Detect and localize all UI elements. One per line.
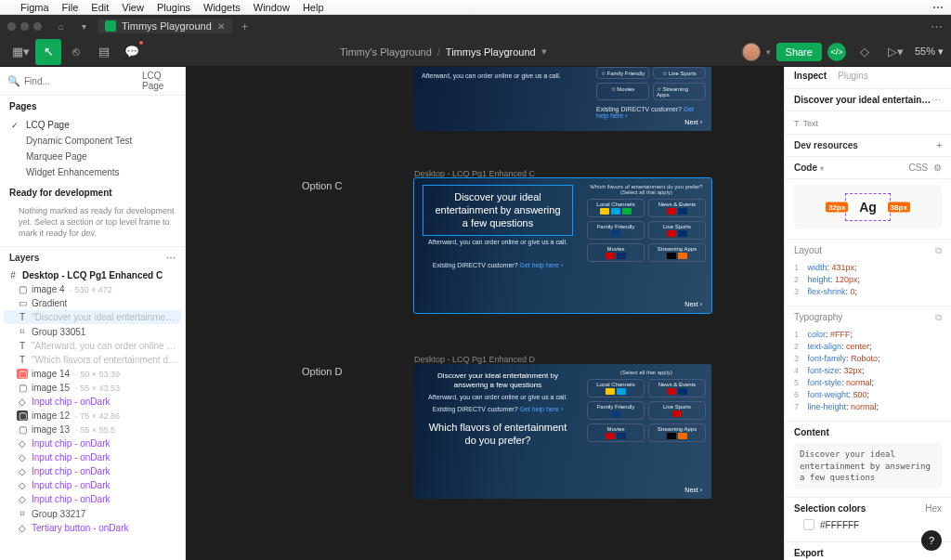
- layer-item[interactable]: ⌗Group 33217: [4, 506, 181, 521]
- copy-icon[interactable]: ⧉: [935, 245, 942, 256]
- breadcrumb[interactable]: Timmy's Playground / Timmys Playground ▾: [145, 46, 742, 58]
- comp-icon: ◇: [17, 523, 28, 533]
- layer-list[interactable]: #Desktop - LCQ Pg1 Enhanced C▢image 4· 5…: [0, 268, 185, 560]
- layer-item[interactable]: ▢image 14· 50 × 53.39: [4, 367, 181, 381]
- layer-item[interactable]: T"Afterward, you can order online or g..…: [4, 339, 181, 353]
- layer-item[interactable]: ◇Input chip - onDark: [4, 450, 181, 464]
- check-icon: ✓: [11, 121, 20, 130]
- layer-item[interactable]: ⌗Group 33051: [4, 324, 181, 339]
- share-button[interactable]: Share: [776, 43, 822, 61]
- more-icon[interactable]: ⋯: [931, 95, 942, 105]
- window-menu-icon[interactable]: ⋯: [931, 20, 944, 33]
- layout-subtitle: Layout: [794, 245, 822, 256]
- menu-help[interactable]: Help: [303, 2, 324, 13]
- prototype-play-icon[interactable]: ▷▾: [883, 39, 909, 65]
- page-item[interactable]: Widget Enhancements: [7, 164, 177, 180]
- zoom-level[interactable]: 55% ▾: [915, 46, 944, 58]
- menu-window[interactable]: Window: [254, 2, 290, 13]
- dev-mode-icon[interactable]: </>: [827, 43, 846, 61]
- artboard-option-d[interactable]: Discover your ideal entertainment by ans…: [414, 364, 711, 499]
- content-value[interactable]: Discover your ideal entertainment by ans…: [794, 443, 942, 489]
- layer-item[interactable]: ▢image 13· 55 × 55.5: [4, 423, 181, 436]
- typography-code[interactable]: 1 color: #FFF;2 text-align: center;3 fon…: [785, 325, 951, 417]
- add-tab-icon[interactable]: +: [241, 20, 249, 33]
- chevron-down-icon[interactable]: ▾: [75, 18, 92, 34]
- layer-item[interactable]: ▢image 4· 530 × 472: [4, 282, 181, 296]
- typography-subtitle: Typography: [794, 312, 842, 323]
- move-tool-icon[interactable]: ↖: [35, 39, 61, 65]
- imgred-icon: ▢: [17, 369, 28, 379]
- breadcrumb-parent[interactable]: Timmy's Playground: [340, 46, 432, 58]
- comments-tool-icon[interactable]: 💬: [119, 39, 145, 65]
- page-item[interactable]: Marquee Page: [7, 149, 177, 164]
- document-tab[interactable]: Timmys Playground ✕: [98, 19, 232, 33]
- layer-item[interactable]: ▢image 15· 55 × 43.53: [4, 381, 181, 395]
- next-button[interactable]: Next ›: [587, 301, 706, 307]
- close-window-icon[interactable]: [7, 22, 16, 31]
- page-selector[interactable]: LCQ Page: [142, 71, 177, 91]
- measure-tool-icon[interactable]: ⎋: [63, 39, 89, 65]
- home-icon[interactable]: ⌂: [53, 18, 70, 34]
- layer-item[interactable]: #Desktop - LCQ Pg1 Enhanced C: [4, 268, 181, 282]
- search-icon[interactable]: 🔍: [7, 75, 20, 87]
- dev-resources-title: Dev resources: [794, 140, 858, 150]
- wifi-icon[interactable]: ⋯: [932, 1, 944, 14]
- chevron-down-icon[interactable]: ▾: [766, 47, 771, 57]
- help-icon[interactable]: ?: [921, 530, 942, 551]
- tab-plugins[interactable]: Plugins: [838, 71, 868, 85]
- canvas[interactable]: Afterward, you can order online or give …: [186, 67, 784, 560]
- component-icon[interactable]: ◇: [852, 39, 878, 65]
- avatar[interactable]: [742, 43, 761, 61]
- annotate-tool-icon[interactable]: ▤: [91, 39, 117, 65]
- settings-icon[interactable]: ⚙: [933, 163, 942, 173]
- page-item[interactable]: Dynamic Component Test: [7, 133, 177, 149]
- layer-item[interactable]: ◇Tertiary button - onDark: [4, 521, 181, 535]
- layer-item[interactable]: ◇Input chip - onDark: [4, 478, 181, 492]
- option-label: Option D: [302, 366, 342, 377]
- menu-widgets[interactable]: Widgets: [203, 2, 241, 13]
- menu-view[interactable]: View: [122, 2, 144, 13]
- layer-item[interactable]: T"Discover your ideal entertainment by a…: [4, 310, 181, 324]
- menu-plugins[interactable]: Plugins: [157, 2, 190, 13]
- layer-item[interactable]: ◇Input chip - onDark: [4, 464, 181, 478]
- more-icon[interactable]: ⋯: [166, 253, 176, 263]
- layout-code[interactable]: 1 width: 431px;2 height: 120px;3 flex-sh…: [785, 258, 951, 302]
- code-lang[interactable]: CSS: [908, 163, 928, 173]
- maximize-window-icon[interactable]: [33, 22, 42, 31]
- menu-edit[interactable]: Edit: [91, 2, 109, 13]
- add-icon[interactable]: +: [936, 140, 942, 150]
- layer-item[interactable]: ◇Input chip - onDark: [4, 395, 181, 409]
- chevron-down-icon[interactable]: ▾: [541, 46, 547, 58]
- layer-item[interactable]: ▢image 12· 75 × 42.86: [4, 409, 181, 423]
- copy-icon[interactable]: ⧉: [935, 312, 942, 323]
- breadcrumb-current[interactable]: Timmys Playground: [446, 46, 536, 58]
- frame-label[interactable]: Desktop - LCQ Pg1 Enhanced D: [414, 355, 535, 364]
- color-format[interactable]: Hex: [925, 503, 942, 514]
- menu-figma[interactable]: Figma: [20, 2, 49, 13]
- minimize-window-icon[interactable]: [20, 22, 29, 31]
- group-icon: ⌗: [17, 326, 28, 337]
- page-item[interactable]: ✓LCQ Page: [7, 117, 177, 133]
- tab-badge-icon: [105, 20, 116, 32]
- img-icon: ▢: [17, 383, 28, 393]
- img-icon: ▢: [17, 284, 28, 294]
- layer-item[interactable]: ◇Input chip - onDark: [4, 436, 181, 450]
- comp-icon: ◇: [17, 452, 28, 462]
- layer-item[interactable]: ◇Input chip - onDark: [4, 492, 181, 506]
- hero-title: Discover your ideal entertainment by ans…: [431, 191, 565, 229]
- tab-title: Timmys Playground: [122, 20, 212, 32]
- layer-item[interactable]: ▭Gradient: [4, 296, 181, 310]
- dev-ready-title: Ready for development: [0, 180, 185, 205]
- artboard-option-c[interactable]: Discover your ideal entertainment by ans…: [414, 178, 711, 313]
- figma-menu-icon[interactable]: ▦▾: [7, 39, 33, 65]
- next-button[interactable]: Next ›: [587, 487, 706, 493]
- menu-file[interactable]: File: [62, 2, 79, 13]
- element-name: Discover your ideal entertainment by ans: [794, 95, 931, 105]
- frame-label[interactable]: Desktop - LCQ Pg1 Enhanced C: [414, 169, 535, 178]
- frame-icon: #: [7, 270, 19, 280]
- content-title: Content: [794, 427, 829, 437]
- layer-item[interactable]: T"Which flavors of entertainment do y...…: [4, 353, 181, 367]
- close-tab-icon[interactable]: ✕: [217, 21, 225, 32]
- tab-inspect[interactable]: Inspect: [794, 71, 827, 85]
- search-input[interactable]: [24, 76, 142, 86]
